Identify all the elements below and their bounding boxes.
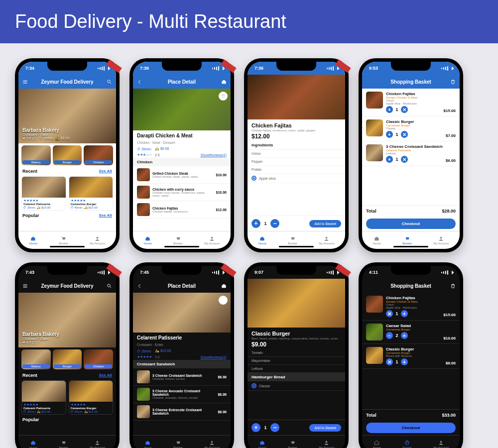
- tab-home[interactable]: Home: [258, 440, 266, 448]
- svg-point-8: [326, 441, 328, 443]
- restaurant-card[interactable]: ★★★★★Celarent Patisserie⏱ 20min. 🛵 $10.0…: [21, 176, 66, 211]
- restaurant-card[interactable]: ★★★★★Camestres Burger⏱ 45min. 🛵 $15.00: [69, 380, 114, 415]
- menu-item[interactable]: 3 Cheese Entrecote Croissant Sandwich$8.…: [133, 403, 231, 421]
- radio-icon: [251, 176, 256, 181]
- trash-icon[interactable]: [450, 283, 456, 289]
- svg-point-3: [326, 236, 328, 238]
- back-icon[interactable]: [137, 79, 142, 85]
- menu-item[interactable]: Chicken FajitasChicken fajitas, mushroom…: [133, 201, 231, 219]
- tab-account[interactable]: My Account: [204, 236, 220, 245]
- tab-account[interactable]: My Account: [319, 236, 334, 245]
- tab-account[interactable]: My Account: [90, 236, 105, 245]
- reviews-link[interactable]: ShowReviews(2): [200, 355, 227, 359]
- app-header: Zeymur Food Delivery: [18, 75, 116, 89]
- remove-button[interactable]: ✕: [401, 106, 408, 113]
- menu-item[interactable]: Chicken with curry sauceChicken curry sa…: [133, 184, 231, 201]
- tab-basket[interactable]: Basket: [59, 440, 68, 448]
- home-icon[interactable]: [221, 79, 227, 85]
- tab-basket[interactable]: Basket: [402, 440, 411, 448]
- option-row[interactable]: Apple slice: [248, 174, 345, 183]
- ingredients-header: Ingredients: [248, 141, 345, 150]
- qty-plus[interactable]: +: [401, 310, 408, 317]
- checkout-button[interactable]: Checkout: [366, 423, 456, 433]
- restaurant-card[interactable]: ★★★★★Celarent Patisserie⏱ 20min. 🛵 $10.0…: [21, 380, 66, 415]
- category-bakery[interactable]: Bakery: [21, 349, 51, 369]
- qty-plus[interactable]: +: [401, 358, 408, 365]
- basket-item: Classic BurgerCamestres BurgerBread with…: [362, 344, 460, 369]
- category-bakery[interactable]: Bakery: [21, 145, 51, 165]
- item-hero: [248, 279, 345, 328]
- tab-home[interactable]: Home: [373, 236, 381, 245]
- tab-home[interactable]: Home: [373, 440, 381, 448]
- radio-icon: [251, 383, 256, 388]
- tab-basket[interactable]: Basket: [288, 236, 297, 245]
- tab-basket[interactable]: Basket: [59, 236, 68, 245]
- search-icon[interactable]: [107, 79, 112, 85]
- basket-item: Chicken FajitasDarapti Chicken & MeatOni…: [362, 89, 460, 116]
- see-all-link[interactable]: See All: [99, 213, 112, 218]
- add-to-basket-button[interactable]: Add to Basket: [309, 424, 341, 432]
- reviews-link[interactable]: ShowReviews(2): [200, 153, 227, 157]
- total-label: Total: [366, 209, 376, 214]
- menu-icon[interactable]: [22, 79, 28, 85]
- tab-home[interactable]: Home: [144, 440, 152, 448]
- qty-plus[interactable]: +: [386, 156, 393, 163]
- option-row[interactable]: Classic: [248, 381, 345, 391]
- qty-plus[interactable]: +: [386, 106, 393, 113]
- restaurant-card[interactable]: ★★★★★Camestres Burger⏱ 45min. 🛵 $15.00: [69, 176, 114, 211]
- home-icon[interactable]: [221, 283, 227, 289]
- favorite-icon[interactable]: ♡: [219, 92, 228, 101]
- qty-plus[interactable]: +: [386, 131, 393, 138]
- menu-item[interactable]: 3 Cheese Avocado Croissant SandwichChedd…: [133, 386, 231, 403]
- tab-basket[interactable]: Basket: [173, 236, 182, 245]
- category-burger[interactable]: Burger: [53, 145, 82, 165]
- category-burger[interactable]: Burger: [53, 349, 82, 369]
- qty-minus[interactable]: −: [270, 423, 279, 432]
- add-to-basket-button[interactable]: Add to Basket: [309, 220, 341, 227]
- tab-basket[interactable]: Basket: [288, 440, 297, 448]
- qty-plus[interactable]: +: [251, 219, 260, 228]
- see-all-link[interactable]: See All: [99, 373, 112, 378]
- remove-button[interactable]: ✕: [401, 131, 408, 138]
- page-title: Shopping Basket: [390, 79, 431, 85]
- remove-button[interactable]: ✕: [386, 310, 393, 317]
- checkout-button[interactable]: Checkout: [366, 219, 456, 229]
- menu-item[interactable]: Grilled Chicken SteakGrilled chicken ste…: [133, 166, 231, 184]
- back-icon[interactable]: [137, 283, 142, 289]
- qty-minus[interactable]: −: [386, 332, 393, 339]
- basket-item: 3 Cheese Croissant SandwichCelarent Pati…: [362, 141, 460, 166]
- tab-basket[interactable]: Basket: [402, 236, 411, 245]
- phone-home-dark: 7:43 Zeymur Food Delivery Barbara Bakery…: [15, 262, 120, 448]
- category-chicken[interactable]: Chicken: [84, 145, 113, 165]
- tab-home[interactable]: Home: [29, 236, 37, 245]
- see-all-link[interactable]: See All: [99, 169, 112, 174]
- qty-plus[interactable]: +: [251, 423, 260, 432]
- hero-banner[interactable]: Barbara BakeryCroissant · Cake★ 3.5 (7) …: [18, 89, 116, 143]
- menu-item[interactable]: 3 Cheese Croissant SandwichCheddar, lett…: [133, 368, 231, 386]
- item-hero: [248, 75, 345, 119]
- tab-account[interactable]: My Account: [90, 440, 105, 448]
- item-name: Chicken Fajitas: [248, 119, 345, 129]
- svg-point-5: [108, 284, 111, 287]
- category-chicken[interactable]: Chicken: [84, 349, 113, 369]
- qty-plus[interactable]: +: [401, 332, 408, 339]
- remove-button[interactable]: ✕: [386, 358, 393, 365]
- phone-place-light: 7:36 Place Detail ♡ Darapti Chicken & Me…: [129, 58, 234, 252]
- search-icon[interactable]: [107, 283, 112, 289]
- menu-icon[interactable]: [22, 283, 28, 289]
- tab-basket[interactable]: Basket: [173, 440, 182, 448]
- hero-banner[interactable]: Barbara BakeryCroissant · Cake★ 3.5 (7): [18, 293, 116, 347]
- page-banner: Food Delivery - Multi Restaurant: [0, 0, 498, 43]
- favorite-icon[interactable]: ♡: [219, 296, 228, 305]
- qty-minus[interactable]: −: [270, 219, 279, 228]
- tab-home[interactable]: Home: [258, 236, 266, 245]
- remove-button[interactable]: ✕: [401, 156, 408, 163]
- tab-account[interactable]: My Account: [433, 236, 449, 245]
- tab-home[interactable]: Home: [29, 440, 37, 448]
- tab-account[interactable]: My Account: [433, 440, 449, 448]
- tab-account[interactable]: My Account: [319, 440, 334, 448]
- tab-account[interactable]: My Account: [204, 440, 220, 448]
- app-title: Zeymur Food Delivery: [41, 283, 93, 289]
- trash-icon[interactable]: [450, 79, 456, 85]
- tab-home[interactable]: Home: [144, 236, 152, 245]
